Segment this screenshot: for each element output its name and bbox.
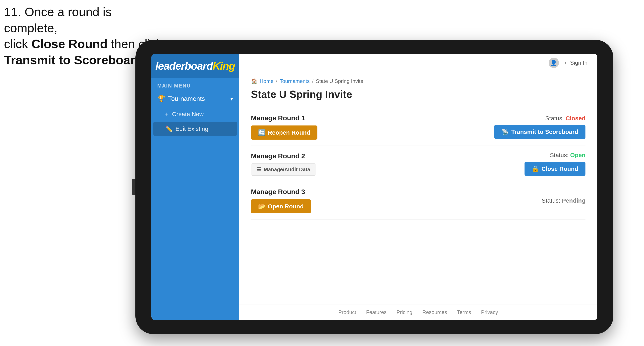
edit-icon: ✏️: [165, 125, 173, 132]
round-3-right: Status: Pending: [542, 197, 586, 204]
instruction-line2: click: [4, 37, 32, 51]
logo-king: King: [213, 60, 235, 72]
footer-terms[interactable]: Terms: [457, 309, 471, 315]
round-2-status-value: Open: [570, 152, 586, 158]
round-3-status-label: Status:: [542, 197, 560, 204]
transmit-scoreboard-label: Transmit to Scoreboard: [511, 129, 578, 135]
home-icon: 🏠: [251, 78, 257, 84]
manage-audit-label: Manage/Audit Data: [264, 167, 310, 173]
sign-in-area[interactable]: 👤 → Sign In: [548, 58, 588, 68]
transmit-to-scoreboard-button[interactable]: 📡 Transmit to Scoreboard: [494, 125, 586, 139]
round-1-title: Manage Round 1: [251, 114, 318, 122]
content-area: 🏠 Home / Tournaments / State U Spring In…: [239, 72, 598, 304]
logo-leaderboard: leaderboard: [155, 60, 212, 72]
breadcrumb-sep2: /: [312, 78, 314, 84]
create-new-label: Create New: [172, 111, 204, 118]
open-icon: 📂: [258, 203, 266, 210]
round-1-right: Status: Closed 📡 Transmit to Scoreboard: [494, 115, 586, 139]
round-3-status-value: Pending: [562, 197, 586, 204]
close-round-button[interactable]: 🔒 Close Round: [524, 162, 586, 176]
tablet-side-button: [132, 179, 136, 195]
lock-icon: 🔒: [532, 165, 539, 172]
app-container: leaderboardKing MAIN MENU 🏆 Tournaments …: [151, 54, 598, 320]
reopen-round-button[interactable]: 🔄 Reopen Round: [251, 126, 318, 140]
breadcrumb: 🏠 Home / Tournaments / State U Spring In…: [251, 78, 586, 84]
tablet-device: leaderboardKing MAIN MENU 🏆 Tournaments …: [136, 40, 613, 334]
breadcrumb-current: State U Spring Invite: [316, 78, 363, 84]
top-nav: 👤 → Sign In: [239, 54, 598, 72]
manage-audit-data-button[interactable]: ☰ Manage/Audit Data: [251, 164, 316, 175]
audit-icon: ☰: [257, 167, 261, 173]
sign-in-label: Sign In: [570, 60, 588, 66]
footer-product[interactable]: Product: [338, 309, 356, 315]
round-2-right: Status: Open 🔒 Close Round: [524, 152, 586, 176]
sidebar-create-new[interactable]: ＋ Create New: [151, 106, 239, 122]
round-2-left: Manage Round 2 ☰ Manage/Audit Data: [251, 152, 316, 175]
logo-text: leaderboardKing: [155, 60, 235, 72]
footer-features[interactable]: Features: [366, 309, 387, 315]
avatar: 👤: [548, 58, 559, 68]
sign-in-arrow-icon: →: [562, 60, 567, 66]
round-3-left: Manage Round 3 📂 Open Round: [251, 188, 311, 213]
breadcrumb-tournaments[interactable]: Tournaments: [280, 78, 310, 84]
instruction-bold1: Close Round: [32, 37, 108, 51]
main-content: 👤 → Sign In 🏠 Home / Tournaments / State: [239, 54, 598, 320]
round-2-title: Manage Round 2: [251, 152, 316, 160]
round-1-status-value: Closed: [566, 115, 586, 122]
round-1-section: Manage Round 1 🔄 Reopen Round Status: Cl…: [251, 108, 586, 146]
sidebar: leaderboardKing MAIN MENU 🏆 Tournaments …: [151, 54, 239, 320]
open-round-button[interactable]: 📂 Open Round: [251, 199, 311, 213]
chevron-down-icon: ▾: [230, 95, 233, 102]
reopen-round-label: Reopen Round: [268, 129, 310, 136]
close-round-label: Close Round: [542, 166, 578, 172]
instruction-line1: 11. Once a round is complete,: [4, 5, 112, 35]
round-2-status: Status: Open: [550, 152, 586, 159]
round-3-status: Status: Pending: [542, 197, 586, 204]
footer-resources[interactable]: Resources: [422, 309, 447, 315]
round-1-left: Manage Round 1 🔄 Reopen Round: [251, 114, 318, 140]
round-3-section: Manage Round 3 📂 Open Round Status: Pend…: [251, 182, 586, 219]
instruction-bold2: Transmit to Scoreboard.: [4, 53, 146, 67]
tablet-screen: leaderboardKing MAIN MENU 🏆 Tournaments …: [151, 54, 598, 320]
transmit-icon: 📡: [502, 129, 509, 135]
reopen-icon: 🔄: [258, 129, 266, 136]
trophy-icon: 🏆: [157, 95, 165, 102]
footer-pricing[interactable]: Pricing: [396, 309, 412, 315]
sidebar-logo: leaderboardKing: [151, 54, 239, 78]
round-1-status-label: Status:: [545, 115, 564, 122]
tournaments-label: Tournaments: [168, 95, 205, 102]
breadcrumb-sep1: /: [276, 78, 277, 84]
page-title: State U Spring Invite: [251, 88, 586, 100]
edit-existing-label: Edit Existing: [176, 126, 208, 132]
plus-icon: ＋: [163, 110, 169, 118]
footer: Product Features Pricing Resources Terms…: [239, 304, 598, 320]
sidebar-main-menu-label: MAIN MENU: [151, 78, 239, 91]
sidebar-edit-existing[interactable]: ✏️ Edit Existing: [153, 122, 237, 136]
open-round-label: Open Round: [268, 203, 304, 210]
round-2-status-label: Status:: [550, 152, 568, 158]
breadcrumb-home[interactable]: Home: [260, 78, 274, 84]
round-1-status: Status: Closed: [545, 115, 586, 122]
round-2-section: Manage Round 2 ☰ Manage/Audit Data Statu…: [251, 146, 586, 182]
footer-privacy[interactable]: Privacy: [481, 309, 498, 315]
round-3-title: Manage Round 3: [251, 188, 311, 196]
sidebar-item-tournaments[interactable]: 🏆 Tournaments ▾: [151, 91, 239, 106]
